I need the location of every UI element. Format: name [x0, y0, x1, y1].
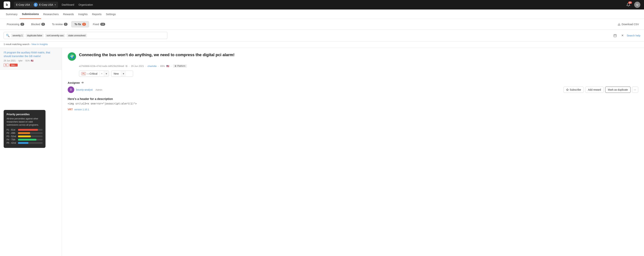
tab-to-fix[interactable]: To fix 1: [71, 21, 89, 27]
search-bar: 🔍 severity:1 duplicate:false sort:severi…: [0, 30, 644, 41]
report-percentile: 89%: [160, 65, 165, 67]
org-name-left: E-Corp USA: [16, 3, 30, 6]
vrt-badge: VRT version 1.10.1: [68, 108, 638, 111]
tab-to-fix-count: 1: [82, 23, 86, 26]
state-select[interactable]: New ▾: [111, 71, 133, 77]
report-header: 🌍 Connecting the bus won't do anything, …: [68, 52, 638, 61]
copy-icon[interactable]: ⧉: [126, 65, 128, 68]
tab-to-review-count: 0: [64, 23, 68, 26]
report-list-item[interactable]: I'll program the auxiliary RAM matrix, t…: [0, 48, 62, 70]
percentile-p3-label: P3 - 52nd: [6, 135, 16, 138]
org-name-right: E-Corp USA: [39, 3, 53, 6]
eye-icon: 👁: [81, 81, 84, 84]
tab-blocked-count: 0: [41, 23, 45, 26]
secondary-navigation: Summary Submissions Researchers Rewards …: [0, 10, 644, 19]
tab-processing-label: Processing: [7, 23, 19, 26]
state-dropdown-icon[interactable]: ▾: [121, 71, 126, 77]
assignee-avatar: B: [68, 86, 74, 93]
severity-text: —Critical: [87, 72, 97, 75]
notification-count: 80: [628, 2, 632, 4]
nav-organization[interactable]: Organization: [78, 3, 93, 6]
subscribe-button[interactable]: Subscribe: [564, 87, 584, 93]
more-options-button[interactable]: ···: [632, 87, 638, 93]
calendar-icon[interactable]: [612, 33, 618, 39]
description-code: <img src\x13=x onerror="javascript:alert…: [68, 102, 638, 105]
svg-rect-1: [614, 35, 616, 37]
download-csv-button[interactable]: Download CSV: [616, 21, 640, 27]
app-logo[interactable]: b: [4, 2, 10, 8]
tab-fixed[interactable]: Fixed 14: [90, 21, 108, 27]
mark-duplicate-button[interactable]: Mark as duplicate: [605, 87, 631, 93]
top-nav-links: Dashboard Organization: [62, 3, 93, 6]
severity-dropdown-icon[interactable]: ▾: [104, 71, 109, 77]
filter-tabs-left: Processing 2 Blocked 0 To review 0 To fi…: [4, 21, 108, 27]
search-actions: ✕ Search help: [612, 33, 640, 39]
tab-processing[interactable]: Processing 2: [4, 21, 27, 27]
user-avatar[interactable]: U: [634, 2, 640, 8]
tab-blocked[interactable]: Blocked 0: [28, 21, 48, 27]
report-item-title: I'll program the auxiliary RAM matrix, t…: [4, 51, 58, 58]
tab-fixed-label: Fixed: [93, 23, 99, 26]
add-reward-button[interactable]: Add reward: [585, 87, 604, 93]
main-content: I'll program the auxiliary RAM matrix, t…: [0, 48, 644, 256]
nav-submissions[interactable]: Submissions: [20, 10, 41, 19]
vrt-logo: VRT: [68, 108, 73, 111]
top-navigation: b E-Corp USA / E E-Corp USA ▾ Dashboard …: [0, 0, 644, 10]
search-help-link[interactable]: Search help: [627, 34, 640, 37]
right-panel: 🌍 Connecting the bus won't do anything, …: [62, 48, 644, 256]
action-buttons: Subscribe Add reward Mark as duplicate ·…: [564, 87, 638, 93]
controls-row: P1 —Critical ✕ ▾ New ▾: [79, 71, 638, 77]
org-avatar: E: [34, 3, 38, 7]
nav-dashboard[interactable]: Dashboard: [62, 3, 74, 6]
search-tag-sort: sort:severity-asc: [45, 34, 65, 37]
percentile-p3: P3 - 52nd: [6, 135, 42, 138]
severity-select[interactable]: P1 —Critical ✕ ▾: [79, 71, 109, 77]
nav-settings[interactable]: Settings: [104, 10, 118, 19]
report-date: 29 Jun 2021: [131, 65, 144, 67]
assignee-info: B bounty-analyst Admin: [68, 86, 102, 93]
platform-badge: 🖥 Platform: [173, 64, 187, 68]
search-input-wrap[interactable]: 🔍 severity:1 duplicate:false sort:severi…: [4, 32, 168, 39]
tab-to-review[interactable]: To review 0: [49, 21, 70, 27]
percentile-p1-label: P1 - 81st: [6, 129, 16, 131]
report-id: e27b0868-623b-4742-ba9c-b8523b2084a9: [79, 65, 124, 67]
report-author-link[interactable]: charlotte: [148, 65, 157, 67]
assignee-name-link[interactable]: bounty-analyst: [76, 88, 92, 91]
notification-bell[interactable]: 80: [626, 2, 631, 8]
nav-researchers[interactable]: Researchers: [41, 10, 61, 19]
org-separator: /: [32, 3, 32, 6]
assignee-section-header: Assignee 👁: [68, 81, 638, 84]
percentile-p2-label: P2 - 49th: [6, 132, 16, 134]
tab-blocked-label: Blocked: [31, 23, 40, 26]
search-tag-severity: severity:1: [11, 34, 24, 37]
nav-insights[interactable]: Insights: [76, 10, 90, 19]
report-avatar: 🌍: [68, 52, 76, 61]
report-item-tags: P1 Unr...: [4, 63, 58, 67]
vrt-version[interactable]: version 1.10.1: [74, 108, 89, 111]
severity-select-label: P1 —Critical: [79, 71, 100, 77]
tab-fixed-count: 14: [100, 23, 105, 26]
top-nav-right: 80 U: [626, 2, 640, 8]
org-selector[interactable]: E-Corp USA / E E-Corp USA ▾: [14, 2, 58, 8]
nav-rewards[interactable]: Rewards: [61, 10, 76, 19]
tooltip-description: All-time percentiles against other resea…: [6, 117, 42, 126]
nav-summary[interactable]: Summary: [4, 10, 20, 19]
nav-reports[interactable]: Reports: [90, 10, 104, 19]
report-title: Connecting the bus won't do anything, we…: [79, 52, 234, 58]
download-csv-label: Download CSV: [622, 23, 639, 26]
clear-search-icon[interactable]: ✕: [620, 33, 625, 39]
severity-clear-icon[interactable]: ✕: [100, 71, 104, 76]
search-tag-duplicate: duplicate:false: [26, 34, 44, 37]
tab-to-review-label: To review: [52, 23, 62, 26]
svg-marker-5: [566, 89, 568, 91]
tag-state: Unr...: [10, 64, 18, 67]
percentile-p5-label: P5 - 42nd: [6, 142, 16, 144]
severity-p1-badge: P1: [81, 72, 86, 75]
search-tag-state: state:unresolved: [66, 34, 87, 37]
assignee-label: Assignee: [68, 81, 80, 84]
results-text: 1 result matching search · View in Insig…: [4, 43, 48, 46]
priority-tooltip: Priority percentiles All-time percentile…: [4, 110, 46, 148]
view-in-insights-link[interactable]: View in Insights: [31, 43, 48, 46]
tab-to-fix-label: To fix: [74, 23, 81, 26]
filter-tabs-bar: Processing 2 Blocked 0 To review 0 To fi…: [0, 19, 644, 30]
